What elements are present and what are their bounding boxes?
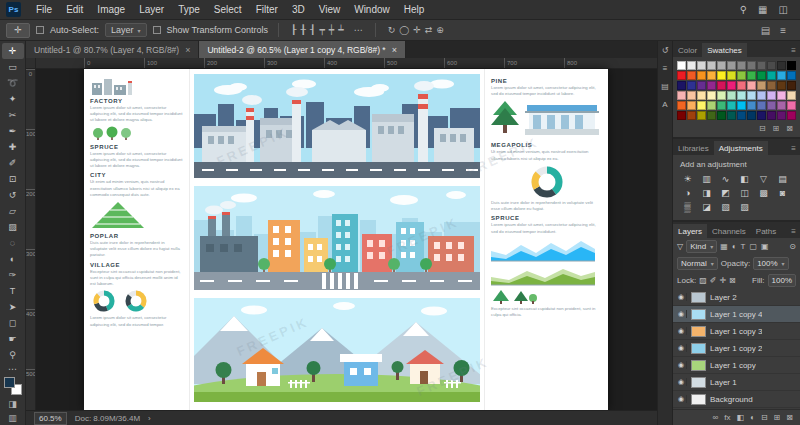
color-swatch[interactable] bbox=[737, 61, 746, 70]
panel-tab[interactable]: Adjustments bbox=[714, 141, 768, 155]
color-swatch[interactable] bbox=[747, 91, 756, 100]
color-swatch[interactable] bbox=[737, 111, 746, 120]
menu-type[interactable]: Type bbox=[171, 0, 207, 20]
3d-roll-icon[interactable]: ◯ bbox=[397, 25, 411, 35]
gradient-tool[interactable]: ▨ bbox=[2, 219, 24, 235]
properties-icon[interactable]: ≡ bbox=[663, 64, 668, 73]
color-swatch[interactable] bbox=[727, 81, 736, 90]
lasso-tool[interactable]: ➰ bbox=[2, 75, 24, 91]
quick-selection-tool[interactable]: ✦ bbox=[2, 91, 24, 107]
color-swatch[interactable] bbox=[777, 91, 786, 100]
color-swatch[interactable] bbox=[757, 71, 766, 80]
color-swatch[interactable] bbox=[747, 101, 756, 110]
color-swatch[interactable] bbox=[747, 111, 756, 120]
color-swatch[interactable] bbox=[757, 111, 766, 120]
pixel-filter-icon[interactable]: ▦ bbox=[720, 242, 728, 251]
color-swatch[interactable] bbox=[747, 61, 756, 70]
layer-row[interactable]: ◉ Layer 1 copy 2 bbox=[673, 340, 800, 357]
swatch-folder-icon[interactable]: ⊟ bbox=[759, 124, 766, 133]
panel-tab[interactable]: Paths bbox=[751, 224, 781, 238]
levels-icon[interactable]: ▥ bbox=[701, 174, 712, 184]
close-icon[interactable]: × bbox=[185, 45, 190, 55]
auto-select-checkbox[interactable] bbox=[36, 26, 44, 34]
color-lookup-icon[interactable]: ▩ bbox=[758, 188, 769, 198]
color-swatch[interactable] bbox=[677, 81, 686, 90]
color-swatch[interactable] bbox=[717, 61, 726, 70]
layer-group-icon[interactable]: ⊟ bbox=[761, 413, 768, 422]
color-swatch[interactable] bbox=[777, 81, 786, 90]
zoom-tool[interactable]: ⚲ bbox=[2, 347, 24, 363]
3d-slide-icon[interactable]: ⇄ bbox=[423, 25, 435, 35]
link-layers-icon[interactable]: ∞ bbox=[713, 413, 719, 422]
color-swatch[interactable] bbox=[787, 91, 796, 100]
status-chevron-icon[interactable]: › bbox=[148, 414, 151, 423]
shape-tool[interactable]: ◻ bbox=[2, 315, 24, 331]
color-swatch[interactable] bbox=[767, 101, 776, 110]
3d-pan-icon[interactable]: ✛ bbox=[411, 25, 423, 35]
panel-tab[interactable]: Color bbox=[673, 43, 702, 57]
more-options-icon[interactable]: ⋯ bbox=[352, 25, 365, 35]
zoom-level-field[interactable]: 60.5% bbox=[34, 412, 67, 425]
color-swatch[interactable] bbox=[787, 81, 796, 90]
panel-menu-icon[interactable]: ≡ bbox=[791, 227, 800, 238]
dodge-tool[interactable]: ◐ bbox=[2, 251, 24, 267]
clone-stamp-tool[interactable]: ⊡ bbox=[2, 171, 24, 187]
menu-view[interactable]: View bbox=[312, 0, 348, 20]
filter-funnel-icon[interactable]: ▽ bbox=[677, 242, 683, 251]
visibility-eye-icon[interactable]: ◉ bbox=[676, 361, 687, 369]
color-swatch[interactable] bbox=[757, 61, 766, 70]
layer-name[interactable]: Layer 1 copy 3 bbox=[710, 327, 762, 336]
exposure-icon[interactable]: ◧ bbox=[739, 174, 750, 184]
layer-mask-icon[interactable]: ◧ bbox=[736, 413, 744, 422]
invert-icon[interactable]: ◙ bbox=[777, 188, 788, 198]
gradient-map-icon[interactable]: ▨ bbox=[739, 202, 750, 212]
color-swatch[interactable] bbox=[687, 81, 696, 90]
hand-tool[interactable]: ☛ bbox=[2, 331, 24, 347]
show-transform-checkbox[interactable] bbox=[153, 26, 161, 34]
align-right-icon[interactable]: ┨ bbox=[308, 25, 317, 35]
blend-mode-dropdown[interactable]: Normal ▾ bbox=[677, 257, 718, 270]
color-balance-icon[interactable]: ◑ bbox=[682, 188, 693, 198]
color-swatch[interactable] bbox=[677, 101, 686, 110]
menu-file[interactable]: File bbox=[29, 0, 59, 20]
color-swatch[interactable] bbox=[707, 61, 716, 70]
panel-toggle-icon[interactable]: ≡ bbox=[780, 25, 786, 36]
eraser-tool[interactable]: ▱ bbox=[2, 203, 24, 219]
character-icon[interactable]: A bbox=[662, 100, 667, 109]
menu-layer[interactable]: Layer bbox=[132, 0, 171, 20]
color-swatch[interactable] bbox=[777, 61, 786, 70]
color-swatch[interactable] bbox=[697, 61, 706, 70]
new-swatch-icon[interactable]: ⊞ bbox=[773, 124, 780, 133]
color-swatch[interactable] bbox=[707, 101, 716, 110]
color-swatch[interactable] bbox=[717, 91, 726, 100]
photoshop-logo[interactable]: Ps bbox=[6, 2, 21, 17]
color-swatch[interactable] bbox=[777, 111, 786, 120]
color-swatch[interactable] bbox=[787, 101, 796, 110]
lock-transparency-icon[interactable]: ▨ bbox=[699, 276, 707, 285]
layer-name[interactable]: Layer 1 bbox=[710, 378, 737, 387]
lock-position-icon[interactable]: ✛ bbox=[719, 276, 726, 285]
layer-row[interactable]: ◉ Layer 1 bbox=[673, 374, 800, 391]
document-tab[interactable]: Untitled-2 @ 60.5% (Layer 1 copy 4, RGB/… bbox=[199, 41, 406, 58]
align-middle-icon[interactable]: ┿ bbox=[327, 25, 336, 35]
crop-tool[interactable]: ✂ bbox=[2, 107, 24, 123]
brush-tool[interactable]: ✐ bbox=[2, 155, 24, 171]
color-swatch[interactable] bbox=[697, 111, 706, 120]
layer-name[interactable]: Layer 2 bbox=[710, 293, 737, 302]
color-swatch[interactable] bbox=[757, 101, 766, 110]
hue-saturation-icon[interactable]: ▤ bbox=[777, 174, 788, 184]
kind-dropdown[interactable]: Kind ▾ bbox=[686, 240, 717, 253]
layer-row[interactable]: ◉ Layer 1 copy 4 bbox=[673, 306, 800, 323]
color-swatch[interactable] bbox=[677, 111, 686, 120]
document-tab[interactable]: Untitled-1 @ 80.7% (Layer 4, RGB/8#) × bbox=[26, 41, 199, 58]
menu-image[interactable]: Image bbox=[90, 0, 132, 20]
delete-swatch-icon[interactable]: ⊠ bbox=[786, 124, 793, 133]
photo-filter-icon[interactable]: ◩ bbox=[720, 188, 731, 198]
color-swatch[interactable] bbox=[707, 81, 716, 90]
menu-edit[interactable]: Edit bbox=[59, 0, 90, 20]
vibrance-icon[interactable]: ▽ bbox=[758, 174, 769, 184]
search-icon[interactable]: ⚲ bbox=[740, 4, 747, 15]
workspace-icon[interactable]: ◫ bbox=[779, 4, 788, 15]
type-tool[interactable]: T bbox=[2, 283, 24, 299]
color-swatch[interactable] bbox=[707, 111, 716, 120]
